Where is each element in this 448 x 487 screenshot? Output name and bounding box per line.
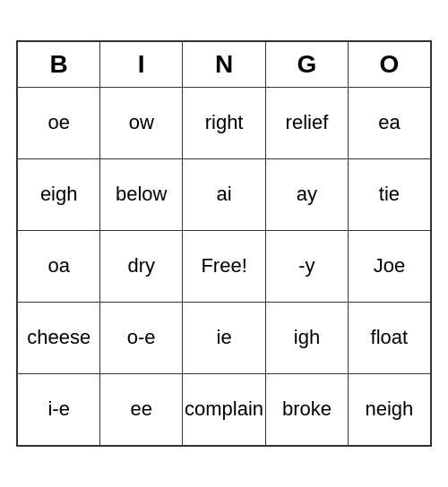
table-cell: broke [266,373,349,445]
table-cell: igh [266,302,349,373]
table-cell: oa [18,230,100,302]
table-cell: relief [266,87,349,158]
table-cell: -y [266,230,349,302]
table-cell: eigh [18,158,100,230]
col-b: B [18,42,100,87]
table-cell: o-e [100,302,183,373]
table-cell: Free! [183,230,266,302]
bingo-card: B I N G O oeowrightreliefeaeighbelowaiay… [16,40,432,447]
table-cell: ea [348,87,430,158]
table-row: oadryFree!-yJoe [18,230,430,302]
bingo-table: B I N G O oeowrightreliefeaeighbelowaiay… [18,42,430,445]
table-cell: oe [18,87,100,158]
table-cell: float [348,302,430,373]
header-row: B I N G O [18,42,430,87]
col-n: N [183,42,266,87]
bingo-body: oeowrightreliefeaeighbelowaiaytieoadryFr… [18,87,430,445]
table-cell: ee [100,373,183,445]
table-cell: neigh [348,373,430,445]
table-row: oeowrightreliefea [18,87,430,158]
table-row: i-eeecomplainbrokeneigh [18,373,430,445]
table-cell: cheese [18,302,100,373]
col-i: I [100,42,183,87]
table-row: cheeseo-eieighfloat [18,302,430,373]
table-cell: dry [100,230,183,302]
table-cell: ai [183,158,266,230]
table-cell: complain [183,373,266,445]
table-cell: below [100,158,183,230]
col-o: O [348,42,430,87]
table-cell: tie [348,158,430,230]
table-cell: ow [100,87,183,158]
table-cell: ie [183,302,266,373]
table-row: eighbelowaiaytie [18,158,430,230]
table-cell: Joe [348,230,430,302]
col-g: G [266,42,349,87]
table-cell: right [183,87,266,158]
table-cell: i-e [18,373,100,445]
table-cell: ay [266,158,349,230]
